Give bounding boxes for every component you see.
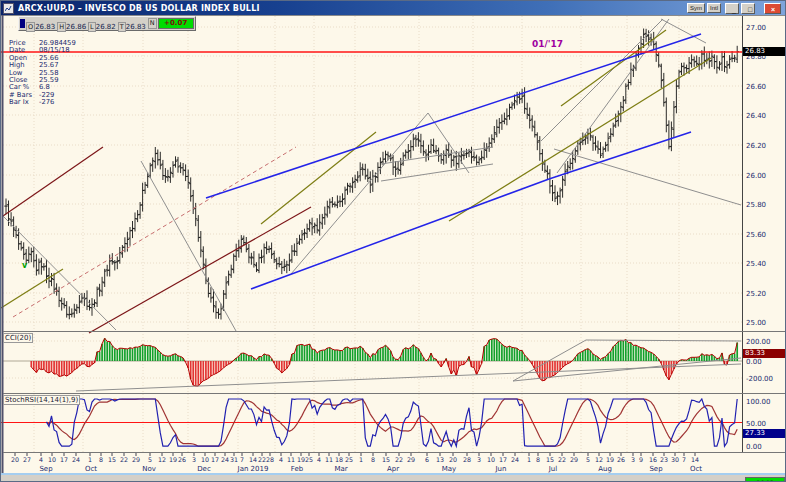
date-tick-label: 24 xyxy=(221,456,229,463)
stochrsi-axis-label: 100.00 xyxy=(746,398,771,406)
trendline-gray xyxy=(291,113,428,274)
trendline-olive xyxy=(261,132,376,224)
date-tick-label: 7 xyxy=(240,456,244,463)
cci-panel-label: CCI(20) xyxy=(3,333,33,343)
price-axis-label: 25.60 xyxy=(746,231,766,239)
date-tick-label: 25 xyxy=(305,456,313,463)
month-label: Jan 2019 xyxy=(237,465,269,473)
date-tick-label: 26 xyxy=(617,456,625,463)
date-tick-label: 4 xyxy=(279,456,283,463)
month-label: Nov xyxy=(142,465,156,473)
date-tick-label: 3 xyxy=(631,456,635,463)
date-tick-label: 5 xyxy=(148,456,152,463)
trendline-rose xyxy=(13,147,296,317)
date-tick-label: 26 xyxy=(178,456,186,463)
wave-marker: v xyxy=(22,261,27,270)
date-tick-label: 10 xyxy=(201,456,209,463)
date-tick-label: 1 xyxy=(88,456,92,463)
net-change-value: +0.07 xyxy=(158,18,194,29)
info-row: Bar Ix-276 xyxy=(9,99,76,106)
date-tick-label: 14 xyxy=(691,456,699,463)
date-tick-label: 23 xyxy=(660,456,668,463)
quote-field-value: 26.82 xyxy=(96,23,118,31)
date-tick-label: 6 xyxy=(425,456,429,463)
date-tick-label: 8 xyxy=(371,456,375,463)
date-tick-label: 4 xyxy=(317,456,321,463)
date-tick-label: 28 xyxy=(463,456,471,463)
date-tick-label: 25 xyxy=(345,456,353,463)
date-tick-label: 7 xyxy=(682,456,686,463)
date-tick-label: 1 xyxy=(359,456,363,463)
price-axis-label: 25.40 xyxy=(746,260,766,268)
date-tick-label: 18 xyxy=(335,456,343,463)
date-tick-label: 20 xyxy=(449,456,457,463)
chart-canvas[interactable]: 27.0026.8026.6026.4026.2026.0025.8025.60… xyxy=(1,1,786,482)
date-tick-label: 16 xyxy=(649,456,657,463)
date-tick-label: 15 xyxy=(382,456,390,463)
date-tick-label: 13 xyxy=(436,456,444,463)
month-label: Feb xyxy=(291,465,304,473)
date-tick-label: 3 xyxy=(192,456,196,463)
month-label: Oct xyxy=(690,465,702,473)
cci-histogram-positive xyxy=(97,338,737,361)
month-label: Sep xyxy=(39,465,53,473)
month-label: Apr xyxy=(387,465,399,473)
trendline-maroon xyxy=(89,207,311,333)
stochrsi-axis-label: 0.00 xyxy=(746,443,762,451)
date-tick-label: 10 xyxy=(487,456,495,463)
trendline-gray xyxy=(541,19,663,141)
month-label: Mar xyxy=(334,465,347,473)
date-tick-label: 31 xyxy=(230,456,238,463)
date-tick-label: 12 xyxy=(595,456,603,463)
date-tick-label: 24 xyxy=(511,456,519,463)
quote-field-value: 26.83 xyxy=(126,23,148,31)
date-tick-label: 17 xyxy=(60,456,68,463)
corner-quote-value: 26.98 xyxy=(745,477,785,482)
quote-field-value: 26.83 xyxy=(35,23,57,31)
date-tick-label: 30 xyxy=(671,456,679,463)
price-axis-label: 27.00 xyxy=(746,24,766,32)
month-label: Oct xyxy=(85,465,97,473)
date-tick-label: 22 xyxy=(258,456,266,463)
pivot-annotation: 01/'17 xyxy=(532,39,563,49)
cci-axis-label: 200.00 xyxy=(746,338,771,346)
last-price-box: 26.83 xyxy=(743,47,786,56)
date-tick-label: 12 xyxy=(158,456,166,463)
date-tick-label: 3 xyxy=(477,456,481,463)
date-tick-label: 28 xyxy=(266,456,274,463)
date-tick-label: 9 xyxy=(639,456,643,463)
quote-field-label: L xyxy=(88,22,96,32)
date-tick-label: 8 xyxy=(99,456,103,463)
date-tick-label: 1 xyxy=(527,456,531,463)
date-tick-label: 19 xyxy=(297,456,305,463)
month-label: Aug xyxy=(598,465,612,473)
date-tick-label: 29 xyxy=(132,456,140,463)
quote-field-label: T xyxy=(118,22,126,32)
stochrsi-panel-label: StochRSI(14,14(1),9) xyxy=(3,395,80,405)
date-tick-label: 5 xyxy=(586,456,590,463)
month-label: Dec xyxy=(197,465,211,473)
trendline-maroon xyxy=(3,147,103,216)
date-tick-label: 11 xyxy=(325,456,333,463)
price-axis-label: 26.60 xyxy=(746,83,766,91)
month-label: May xyxy=(442,465,456,473)
month-label: Sep xyxy=(649,465,663,473)
date-tick-label: 24 xyxy=(72,456,80,463)
date-tick-label: 8 xyxy=(536,456,540,463)
month-label: Jun xyxy=(495,465,507,473)
date-tick-label: 14 xyxy=(249,456,257,463)
net-change-label: N xyxy=(148,18,157,29)
quote-field-value: 26.86 xyxy=(66,23,88,31)
price-axis-label: 26.20 xyxy=(746,142,766,150)
quote-bar-marker xyxy=(20,19,25,28)
cci-axis-label: -200.00 xyxy=(746,375,773,383)
month-label: Jul xyxy=(548,465,558,473)
date-tick-label: 10 xyxy=(48,456,56,463)
quote-field-label: O xyxy=(26,22,35,32)
date-tick-label: 19 xyxy=(169,456,177,463)
date-tick-label: 17 xyxy=(211,456,219,463)
trendline-blue xyxy=(206,34,701,198)
stochrsi-value-box: 27.33 xyxy=(743,429,786,438)
price-axis-label: 25.20 xyxy=(746,290,766,298)
date-tick-label: 4 xyxy=(39,456,43,463)
